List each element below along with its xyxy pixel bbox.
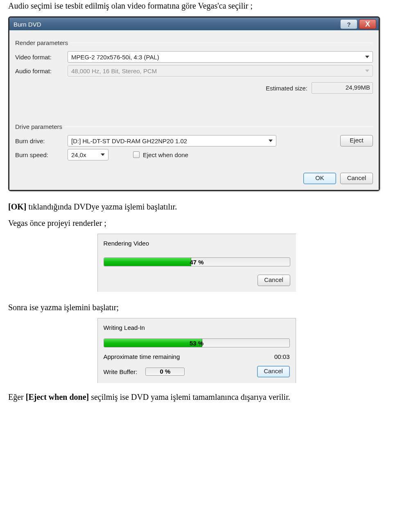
cancel-button[interactable]: Cancel bbox=[340, 173, 373, 184]
write-progress-percent: 53 % bbox=[104, 339, 289, 347]
estimated-size-value: 24,99MB bbox=[312, 82, 373, 94]
writing-leadin-dialog: Writing Lead-In 53 % Approximate time re… bbox=[97, 318, 296, 383]
write-cancel-button[interactable]: Cancel bbox=[257, 366, 290, 377]
dialog-title: Burn DVD bbox=[14, 21, 339, 28]
eject-button[interactable]: Eject bbox=[340, 135, 373, 147]
intro-text: Audio seçimi ise tesbit edilmiş olan vid… bbox=[8, 0, 385, 11]
write-buffer-label: Write Buffer: bbox=[104, 368, 138, 375]
help-button[interactable]: ? bbox=[340, 19, 357, 29]
rendering-video-dialog: Rendering Video 47 % Cancel bbox=[97, 234, 296, 292]
eject-when-done-label: Eject when done bbox=[143, 151, 188, 158]
drive-parameters-group: Drive parameters bbox=[15, 123, 373, 130]
burn-speed-dropdown[interactable]: 24,0x bbox=[68, 149, 108, 160]
help-icon: ? bbox=[347, 21, 350, 28]
render-parameters-group: Render parameters bbox=[15, 39, 373, 46]
burn-drive-label: Burn drive: bbox=[15, 138, 68, 144]
audio-format-dropdown: 48,000 Hz, 16 Bit, Stereo, PCM bbox=[68, 65, 373, 77]
rendering-title: Rendering Video bbox=[104, 240, 290, 247]
approx-time-value: 00:03 bbox=[274, 353, 290, 360]
final-text: Eğer [Eject when done] seçilmiş ise DVD … bbox=[8, 391, 385, 403]
close-button[interactable]: X bbox=[359, 19, 376, 29]
estimated-size-label: Estimated size: bbox=[266, 85, 307, 92]
chevron-down-icon bbox=[269, 140, 273, 142]
close-icon: X bbox=[365, 20, 370, 29]
chevron-down-icon bbox=[101, 153, 105, 156]
burn-dvd-dialog: Burn DVD ? X Render parameters Video for… bbox=[8, 16, 380, 191]
ok-button[interactable]: OK bbox=[303, 173, 336, 184]
after-burn-text-2: Vegas önce projeyi renderler ; bbox=[8, 217, 385, 229]
titlebar: Burn DVD ? X bbox=[9, 18, 379, 30]
chevron-down-icon bbox=[365, 70, 369, 72]
burn-speed-label: Burn speed: bbox=[15, 151, 68, 158]
eject-when-done-checkbox[interactable] bbox=[133, 151, 140, 158]
render-progress: 47 % bbox=[104, 257, 290, 266]
chevron-down-icon bbox=[365, 56, 369, 58]
video-format-dropdown[interactable]: MPEG-2 720x576-50i, 4:3 (PAL) bbox=[68, 51, 373, 63]
write-buffer-value: 0 % bbox=[145, 367, 185, 376]
burn-drive-dropdown[interactable]: [D:] HL-DT-ST DVD-RAM GH22NP20 1.02 bbox=[68, 135, 276, 147]
after-burn-text-1: [OK] tıklandığında DVDye yazma işlemi ba… bbox=[8, 201, 385, 212]
write-progress: 53 % bbox=[104, 338, 290, 347]
approx-time-label: Approximate time remaining bbox=[104, 353, 180, 360]
after-render-text: Sonra ise yazma işlemini başlatır; bbox=[8, 302, 385, 313]
render-cancel-button[interactable]: Cancel bbox=[257, 275, 290, 286]
writing-title: Writing Lead-In bbox=[104, 324, 290, 331]
audio-format-label: Audio format: bbox=[15, 68, 68, 74]
render-progress-percent: 47 % bbox=[104, 258, 290, 266]
video-format-label: Video format: bbox=[15, 54, 68, 61]
